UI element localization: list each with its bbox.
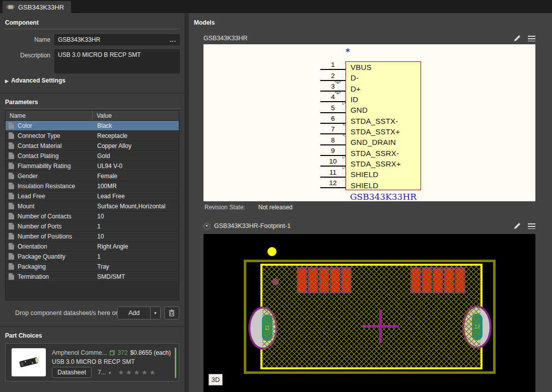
parameter-document-icon (9, 132, 14, 139)
pin-number: 11 (320, 169, 346, 176)
table-row[interactable]: Packaging Tray (6, 262, 179, 272)
pin-name: STDA_SSTX- (346, 116, 421, 126)
symbol-pin: 6 (320, 113, 346, 124)
parameter-value: Female (92, 173, 179, 180)
parameter-value: Gold (92, 152, 179, 160)
table-row[interactable]: Number of Ports 1 (6, 221, 179, 231)
table-row[interactable]: Number of Positions 10 (6, 231, 179, 242)
menu-icon[interactable] (528, 36, 535, 41)
column-header-name[interactable]: Name (6, 112, 92, 119)
models-panel: Models GSB343K33HR * 1 2 (189, 13, 552, 392)
trash-icon (169, 309, 175, 317)
parameter-value: Tray (92, 263, 179, 270)
parameter-document-icon (9, 233, 14, 240)
dropdown-arrow-icon: ▼ (108, 371, 112, 375)
3d-view-button[interactable]: 3D (209, 374, 223, 385)
description-label: Description (4, 52, 50, 59)
divider (4, 108, 180, 109)
parameter-value: Receptacle (92, 132, 179, 139)
parameter-name: Orientation (18, 243, 47, 250)
parameter-name: Termination (18, 273, 49, 280)
revision-state-label: Revision State: (204, 204, 245, 211)
pin-name: GND (346, 105, 421, 115)
symbol-pin: 7 (320, 124, 346, 134)
pin-number: 6 (320, 115, 346, 122)
parameter-value: Surface Mount,Horizontal (92, 203, 179, 210)
pin-name: STDA_SSTX+ (346, 126, 421, 137)
edit-pencil-icon[interactable] (514, 35, 521, 42)
table-row[interactable]: Gender Female (6, 171, 179, 181)
parameter-document-icon (9, 263, 14, 270)
footprint-preview[interactable]: 11 12 3D (203, 234, 535, 392)
table-row[interactable]: Connector Type Receptacle (6, 131, 179, 141)
name-more-button[interactable]: ... (170, 36, 176, 43)
pin-number: 7 (320, 125, 346, 133)
datasheet-button[interactable]: Datasheet (52, 367, 92, 378)
table-row[interactable]: Color Black (6, 121, 179, 131)
supplier-name[interactable]: Amphenol Comme... (52, 349, 107, 356)
pin-name: D- (346, 72, 421, 83)
smd-pad (319, 267, 329, 293)
advanced-settings-toggle[interactable]: ▶Advanced Settings (5, 77, 65, 84)
column-header-value[interactable]: Value (92, 111, 179, 120)
pin-number: 10 (320, 158, 346, 165)
origin-cross-icon (379, 309, 382, 343)
collapse-arrow-icon: ▶ (5, 79, 9, 84)
sellers-dropdown[interactable]: 7... ▼ (98, 369, 112, 376)
section-separator (0, 326, 184, 327)
table-row[interactable]: Contact Material Copper Alloy (6, 141, 179, 151)
table-row[interactable]: Flammability Rating UL94 V-0 (6, 161, 179, 171)
section-separator (0, 93, 184, 94)
name-field[interactable]: GSB343K33HR ... (54, 34, 180, 45)
table-row[interactable]: Number of Contacts 10 (6, 211, 179, 221)
symbol-pin: 2 (320, 70, 346, 81)
table-row[interactable]: Orientation Right Angle (6, 242, 179, 252)
symbol-pin: 9 (320, 145, 346, 156)
panel-divider[interactable] (184, 13, 189, 392)
symbol-pin: 10 (320, 156, 346, 167)
table-row[interactable]: Package Quantity 1 (6, 252, 179, 262)
symbol-body: VBUS D- D+ ID GND STDA_SSTX- STDA_SSTX+ … (346, 61, 421, 190)
parameters-section-title: Parameters (5, 99, 38, 106)
table-row[interactable]: Insulation Resistance 100MR (6, 181, 179, 191)
edit-pencil-icon[interactable] (514, 222, 521, 229)
unit-price: $0.8655 (each) (130, 349, 171, 356)
revision-state-row: Revision State: Not released (204, 204, 293, 211)
symbol-model-name: GSB343K33HR (203, 35, 248, 42)
parameter-document-icon (9, 243, 14, 250)
parameter-document-icon (9, 213, 14, 219)
part-description: USB 3.0 MICRO B RECP SMT (52, 358, 134, 365)
parameter-value: 100MR (92, 183, 179, 190)
smd-pad (410, 267, 421, 293)
availability-bar (175, 348, 176, 378)
delete-datasheet-button[interactable] (164, 306, 179, 320)
pin-number: 5 (320, 104, 346, 112)
table-row[interactable]: Mount Surface Mount,Horizontal (6, 201, 179, 211)
add-dropdown-arrow-icon[interactable]: ▼ (150, 307, 160, 319)
rating-stars[interactable]: ★★★★★ (118, 368, 157, 376)
component-properties-panel: Component Name GSB343K33HR ... Descripti… (0, 13, 184, 392)
description-field[interactable]: USB 3.0 MICRO B RECP SMT (54, 49, 180, 73)
table-row[interactable]: Lead Free Lead Free (6, 191, 179, 201)
parameter-name: Mount (18, 203, 34, 210)
footprint-icon (203, 223, 210, 229)
symbol-pin: 3 (320, 81, 346, 92)
parameters-table: Name Value Color Black Connector Type (5, 110, 179, 300)
tab-component[interactable]: GSB343K33HR (3, 1, 71, 13)
table-row[interactable]: Contact Plating Gold (6, 151, 179, 161)
parameters-table-header[interactable]: Name Value (6, 111, 179, 121)
menu-icon[interactable] (528, 223, 535, 229)
part-choice-item[interactable]: Amphenol Comme... 372 $0.8655 (each) USB… (5, 343, 179, 381)
symbol-pin: 4 (320, 92, 346, 102)
shield-pad-left: 11 (262, 315, 272, 341)
add-datasheet-button[interactable]: Add ▼ (117, 306, 161, 320)
parameter-value: 1 (92, 253, 179, 260)
pin-number: 8 (320, 136, 346, 144)
pin-number: 1 (320, 61, 346, 68)
footprint-model-name: GSB343K33HR-Footprint-1 (214, 222, 291, 229)
parameter-name: Lead Free (18, 193, 45, 200)
stock-cube-icon (109, 350, 115, 356)
table-row[interactable]: Termination SMD/SMT (6, 272, 179, 282)
schematic-symbol-preview[interactable]: * 1 2 3 4 (203, 44, 535, 201)
part-choices-section-title: Part Choices (5, 332, 42, 339)
